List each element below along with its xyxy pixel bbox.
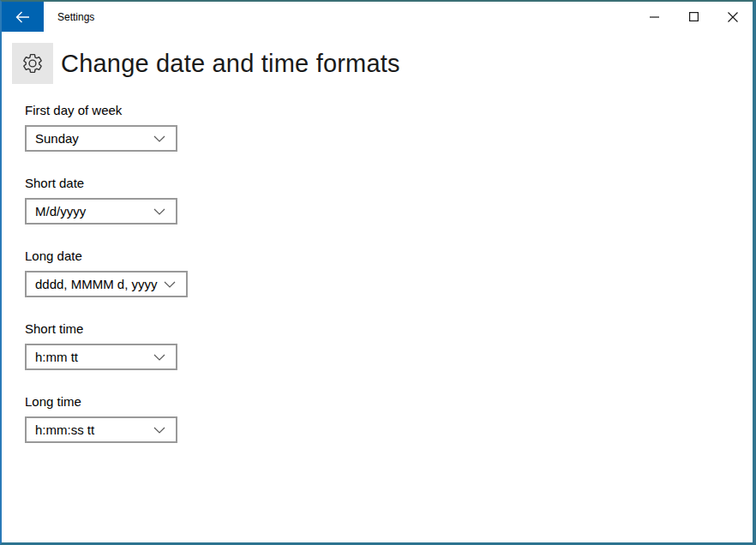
field-long-date: Long date dddd, MMMM d, yyyy [25, 249, 753, 297]
field-label: Long time [25, 394, 753, 409]
settings-gear-tile [12, 43, 53, 84]
maximize-icon [689, 12, 699, 21]
field-label: Long date [25, 249, 753, 263]
chevron-down-icon [153, 135, 165, 142]
titlebar: Settings [2, 2, 753, 32]
field-label: Short date [25, 176, 753, 190]
field-short-time: Short time h:mm tt [25, 321, 753, 370]
long-date-dropdown[interactable]: dddd, MMMM d, yyyy [25, 271, 188, 297]
field-short-date: Short date M/d/yyyy [25, 176, 753, 225]
field-long-time: Long time h:mm:ss tt [25, 394, 753, 443]
back-arrow-icon [15, 11, 30, 23]
window-controls [634, 2, 753, 32]
gear-icon [21, 52, 44, 75]
dropdown-selected-value: h:mm:ss tt [35, 422, 94, 437]
chevron-down-icon [153, 427, 165, 434]
settings-window: Settings [0, 0, 756, 545]
dropdown-selected-value: dddd, MMMM d, yyyy [35, 277, 158, 291]
dropdown-selected-value: M/d/yyyy [35, 204, 86, 219]
page-title: Change date and time formats [61, 50, 400, 78]
back-button[interactable] [2, 2, 44, 32]
close-icon [728, 12, 738, 22]
close-button[interactable] [713, 2, 753, 32]
date-time-format-form: First day of week Sunday Short date M/d/… [25, 103, 753, 467]
field-label: First day of week [25, 103, 753, 117]
minimize-button[interactable] [634, 2, 674, 32]
field-label: Short time [25, 321, 753, 336]
chevron-down-icon [153, 354, 165, 361]
titlebar-app-title: Settings [57, 11, 94, 23]
long-time-dropdown[interactable]: h:mm:ss tt [25, 416, 177, 443]
dropdown-selected-value: Sunday [35, 131, 79, 146]
page-header: Change date and time formats [12, 43, 753, 84]
dropdown-selected-value: h:mm tt [35, 350, 78, 364]
field-first-day-of-week: First day of week Sunday [25, 103, 753, 152]
first-day-of-week-dropdown[interactable]: Sunday [25, 125, 177, 152]
minimize-icon [650, 16, 659, 18]
chevron-down-icon [164, 281, 176, 288]
maximize-button[interactable] [674, 2, 713, 32]
short-time-dropdown[interactable]: h:mm tt [25, 344, 177, 370]
short-date-dropdown[interactable]: M/d/yyyy [25, 198, 177, 225]
chevron-down-icon [153, 208, 165, 215]
